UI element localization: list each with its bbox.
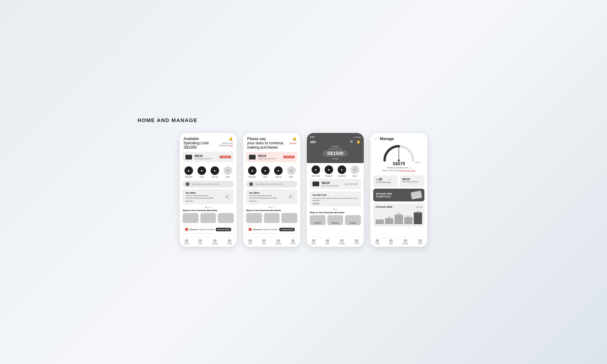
dot2-3 (273, 207, 275, 208)
profile-nav-icon-3 (355, 239, 358, 242)
nav4-manage[interactable]: Manage (402, 239, 408, 244)
ablrcard-circle-3: ● (312, 165, 320, 174)
bar-val-2: S$60 (388, 217, 391, 218)
merchant-card-1a[interactable] (183, 213, 198, 223)
bar-group-4: S$79 (404, 215, 413, 224)
upcoming-label: Upcoming Payments (402, 181, 422, 183)
manage-nav-icon-4 (404, 239, 407, 242)
phone3-action-vouchers[interactable]: ● Vouchers (338, 165, 346, 177)
home-nav-label-4: Home (375, 243, 380, 244)
phone1-action-scan[interactable]: ● Scan (198, 166, 206, 178)
screens-row: Available Spending Limit S$1500 🔔 Apply … (138, 133, 469, 247)
phone2-shop-now[interactable]: Shop Now (249, 200, 277, 202)
phone2-action-scan[interactable]: ● Scan (261, 166, 270, 178)
phone1-shop-now[interactable]: Shop Now (185, 200, 214, 202)
merchant-card-2b[interactable] (264, 213, 280, 223)
bar-5 (414, 212, 422, 224)
phone2-action-request[interactable]: ● Request (248, 166, 257, 178)
phone1-here-link[interactable]: here (229, 144, 233, 146)
nav2-profile[interactable]: Profile (291, 239, 295, 244)
budget-input[interactable]: 00 (379, 178, 388, 181)
phone3-nav: Home Shop Manage Profile (307, 237, 364, 247)
vouchers-label-3: Vouchers (338, 175, 346, 177)
phone2-action-topup[interactable]: ● Top Up (274, 166, 283, 178)
phone2-pay-btn[interactable]: Pay Now S$119 (279, 228, 295, 231)
phone2-manage-link[interactable]: manage (290, 142, 296, 144)
phone3-get-card-btn[interactable]: Get Card (313, 202, 319, 204)
phone1-search-placeholder: Type what you want to search (191, 183, 219, 185)
merchant-amazon[interactable]: Amazon (310, 215, 326, 225)
phone2-toggle[interactable] (289, 195, 294, 198)
nav3-home[interactable]: Home (312, 239, 316, 244)
nav4-shop[interactable]: Shop (389, 239, 393, 244)
phone3-manage-label[interactable]: Manage (310, 157, 360, 160)
phone1-action-more[interactable]: + More (224, 166, 232, 178)
view-all-link[interactable]: View all (416, 206, 422, 208)
phone3-action-more[interactable]: + More (351, 165, 359, 177)
topup-label-2: Top Up (275, 176, 281, 178)
info-icon-4: ⓘ (409, 167, 411, 169)
nav2-shop[interactable]: Shop (262, 239, 266, 244)
edit-icon-4[interactable]: ✏ (389, 178, 391, 181)
nav2-home[interactable]: Home (248, 239, 252, 244)
manage-nav-icon-2 (277, 239, 280, 242)
back-arrow-4[interactable]: ← (374, 137, 378, 141)
phone4-activate[interactable]: Activate Ablr Credit Card (373, 189, 424, 201)
bell-icon-2[interactable]: 🔔 (292, 137, 296, 141)
phone2-search[interactable]: Type what you want to search (246, 181, 297, 187)
phone-2: Please pay your dues to continue making … (243, 133, 300, 247)
dot3 (210, 207, 211, 208)
merchant-sephora[interactable]: Sephora (328, 215, 343, 225)
phone2-payment-card: S$119 Upcoming Payments OVER DUE (246, 152, 297, 162)
phone1-attn-text: Attention: Payment Overdue (189, 228, 214, 231)
nav2-manage[interactable]: Manage (275, 239, 281, 244)
phone1-search[interactable]: Type what you want to search (183, 181, 234, 187)
nav3-shop[interactable]: Shop (326, 239, 329, 244)
manage-nav-label-3: Manage (339, 243, 345, 244)
scan-circle-2: ● (261, 166, 270, 175)
search-icon-3[interactable]: 🔍 (350, 140, 354, 144)
nav1-manage[interactable]: Manage (212, 239, 218, 244)
nav4-home[interactable]: Home (375, 239, 380, 244)
merchant-card-1b[interactable] (200, 213, 216, 223)
phone3-action-request[interactable]: ● Request (325, 165, 333, 177)
phone3-avail-label1: Available (310, 145, 360, 148)
phone2-label2: your dues to continue (247, 141, 283, 145)
request-circle-1: ● (185, 166, 193, 175)
phone1-toggle[interactable] (225, 195, 231, 198)
phone2-merchants-title: Shop At Your Favourite Merchants (243, 208, 300, 213)
svg-point-1 (398, 159, 400, 161)
page-title: HOME AND MANAGE (138, 117, 469, 123)
phone3-status-bar: 9:41 ▪▪▪ ◈ ▬ (310, 136, 360, 138)
phone1-pay-btn[interactable]: Pay Now S$119 (216, 228, 231, 231)
phone4-cards: S$ 00 ✏ Set Monthly Budget S$119 Upcomin… (373, 175, 424, 187)
scan-label-2: Scan (263, 176, 267, 178)
ablr-logo-3: ablr (310, 140, 316, 144)
page-container: HOME AND MANAGE Available Spending Limit… (138, 117, 469, 247)
merchant-card-1c[interactable] (218, 213, 234, 223)
nav3-profile[interactable]: Profile (354, 239, 359, 244)
nav3-manage[interactable]: Manage (339, 239, 345, 244)
phone1-action-request[interactable]: ● Request (185, 166, 193, 178)
merchant-card-2a[interactable] (246, 213, 262, 223)
merchant-card-2c[interactable] (281, 213, 297, 223)
nav1-shop[interactable]: Shop (198, 239, 202, 244)
apply-more-link[interactable]: Apply for more credit (399, 169, 415, 171)
phone1-action-topup[interactable]: ● Top Up (211, 166, 219, 178)
bar-3 (395, 215, 403, 224)
dot2-1 (269, 207, 270, 208)
phone3-merchants: Amazon Sephora Shopee (307, 215, 364, 227)
nav4-profile[interactable]: Profile (418, 239, 422, 244)
bell-icon-3[interactable]: 🔔 (356, 140, 360, 144)
bell-icon-1[interactable]: 🔔 (229, 137, 233, 141)
merchant-shopee[interactable]: Shopee (345, 215, 361, 225)
nav1-home[interactable]: Home (185, 239, 189, 244)
phone3-action-ablrcard[interactable]: ● Ablr Card (312, 165, 320, 177)
profile-nav-label-3: Profile (354, 243, 359, 244)
purchases-title: Purchases Made (376, 206, 392, 208)
phone2-action-more[interactable]: + More (287, 166, 296, 178)
nav1-profile[interactable]: Profile (227, 239, 232, 244)
phone2-actions: ● Request ● Scan ● Top Up + More (243, 165, 300, 180)
phone2-label1: Please pay (247, 137, 283, 141)
phone2-offers-title: Top Offers (249, 192, 277, 194)
